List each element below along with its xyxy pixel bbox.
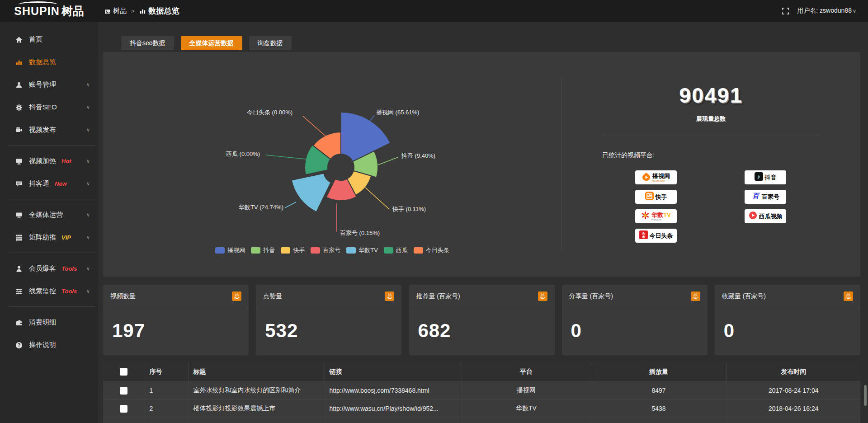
legend-item-2[interactable]: 快手: [281, 246, 305, 254]
question-icon: ?: [15, 341, 23, 349]
stat-card-header: 分享量 (百家号)总: [562, 285, 708, 308]
sidebar-item-12[interactable]: 会员爆客Tools∨: [0, 257, 98, 280]
stat-card-1: 点赞量总532: [256, 285, 401, 355]
sidebar-item-10[interactable]: 矩阵助推VIP∨: [0, 226, 98, 249]
svg-text:?: ?: [18, 343, 20, 348]
cell-title[interactable]: 楼体投影灯投影效果震撼上市: [189, 400, 325, 418]
sidebar-item-16[interactable]: ?操作说明: [0, 334, 98, 356]
tab-1[interactable]: 全媒体运营数据: [181, 36, 242, 50]
legend-swatch: [346, 247, 356, 254]
user-icon: [15, 80, 23, 89]
sidebar-divider: [8, 145, 96, 146]
sidebar-item-label: 账号管理: [29, 80, 56, 89]
row-checkbox-cell: [103, 400, 145, 418]
legend-item-3[interactable]: 百家号: [311, 246, 340, 254]
stat-card-0: 视频数量总197: [103, 285, 249, 355]
sidebar-item-label: 视频加热: [29, 157, 56, 165]
sidebar-item-15[interactable]: 消费明细: [0, 311, 98, 334]
xigua-logo: [749, 211, 757, 221]
sidebar-item-2[interactable]: 账号管理∨: [0, 73, 98, 96]
legend-swatch: [281, 247, 290, 254]
legend-item-0[interactable]: 播视网: [215, 246, 245, 254]
pie-label-0: 播视网 (65.61%): [376, 109, 419, 116]
pie-label-line-5: [266, 155, 306, 159]
pie-label-6: 今日头条 (0.00%): [247, 109, 292, 116]
stat-card-value: 0: [715, 308, 860, 342]
platform-badge-toutiao: 头条今日头条: [635, 229, 677, 243]
cell-title[interactable]: 室外水纹灯和室内水纹灯的区别和简介: [189, 381, 325, 400]
cell-published: 2017-08-24 17:04: [726, 381, 860, 400]
sidebar-item-1[interactable]: 数据总览: [0, 51, 98, 73]
chevron-down-icon: ∨: [853, 8, 856, 14]
legend-item-4[interactable]: 华数TV: [346, 246, 378, 254]
sidebar-item-7[interactable]: 抖客通New∨: [0, 172, 98, 195]
sidebar-item-label: 操作说明: [29, 341, 56, 349]
sidebar-item-13[interactable]: 线索监控Tools∨: [0, 280, 98, 302]
table-row-1: 1室外水纹灯和室内水纹灯的区别和简介http://www.boosj.com/7…: [103, 381, 860, 400]
sidebar-item-0[interactable]: 首页: [0, 28, 98, 51]
pie-label-line-2: [365, 188, 389, 209]
legend-item-1[interactable]: 抖音: [251, 246, 275, 254]
legend-item-6[interactable]: 今日头条: [414, 246, 449, 254]
cell-link[interactable]: http://www.wasu.cn/Play/show/id/952...: [325, 400, 462, 418]
cell-index: [145, 418, 189, 423]
breadcrumb-root[interactable]: 树品: [104, 7, 127, 15]
sidebar-item-6[interactable]: 视频加热Hot∨: [0, 150, 98, 172]
sidebar-item-badge: Tools: [61, 288, 77, 295]
table-header-0: 序号: [145, 362, 189, 381]
pie-slice-0[interactable]: [341, 112, 391, 161]
app-logo[interactable]: SHUPIN 树品: [0, 4, 98, 19]
legend-item-5[interactable]: 西瓜: [384, 246, 408, 254]
row-checkbox[interactable]: [120, 387, 127, 395]
pie-label-line-1: [378, 157, 398, 165]
table-header-3: 平台: [462, 362, 591, 381]
sidebar-item-badge: Hot: [61, 158, 71, 164]
select-all-checkbox-cell: [103, 362, 145, 381]
cell-link[interactable]: http://www.boosj.com/7338468.html: [325, 381, 462, 400]
sidebar-divider: [8, 306, 96, 307]
table-header-2: 链接: [325, 362, 462, 381]
tab-2[interactable]: 询盘数据: [249, 36, 292, 50]
cell-platform: 播视网: [462, 381, 591, 400]
platform-name: 抖音: [765, 174, 777, 180]
video-camera-icon: [15, 126, 23, 134]
cell-link[interactable]: [325, 418, 462, 423]
sidebar-item-badge: Tools: [61, 265, 77, 272]
sidebar-item-label: 抖客通: [29, 179, 49, 188]
tab-0[interactable]: 抖音seo数据: [121, 36, 174, 50]
platforms-label: 已统计的视频平台:: [602, 151, 860, 160]
logo-text-en: SHUPIN: [14, 5, 59, 18]
pie-label-line-0: [370, 115, 374, 121]
sidebar-item-label: 矩阵助推: [29, 233, 56, 242]
sidebar-item-label: 线索监控: [29, 287, 56, 296]
stat-card-value: 682: [409, 308, 554, 342]
pie-label-2: 快手 (0.11%): [392, 206, 426, 212]
total-badge: 总: [691, 291, 700, 301]
sidebar-divider: [8, 199, 96, 199]
fullscreen-icon[interactable]: [782, 7, 789, 15]
legend-swatch: [384, 247, 393, 254]
row-checkbox-cell: [103, 418, 145, 423]
app-header: SHUPIN 树品 树品 > 数据总览 用户名: zswodun88∨: [0, 0, 868, 22]
row-checkbox[interactable]: [120, 405, 127, 413]
total-impressions-value: 90491: [561, 83, 860, 108]
legend-label: 百家号: [323, 246, 340, 254]
sidebar: 首页数据总览账号管理∨抖音SEO∨视频发布∨视频加热Hot∨抖客通New∨全媒体…: [0, 22, 98, 423]
platform-badges-left: 播视网boosj.com快手华数TVwasu.cn头条今日头条: [635, 170, 677, 243]
select-all-checkbox[interactable]: [120, 368, 127, 376]
sidebar-item-3[interactable]: 抖音SEO∨: [0, 96, 98, 118]
stat-card-title: 分享量 (百家号): [569, 292, 613, 301]
cell-plays: [591, 418, 726, 423]
sidebar-item-9[interactable]: 全媒体运营∨: [0, 203, 98, 226]
logo-text-cn: 树品: [61, 4, 84, 19]
platform-name: 今日头条: [650, 233, 673, 239]
total-badge: 总: [385, 291, 394, 301]
sidebar-item-4[interactable]: 视频发布∨: [0, 118, 98, 141]
pie-slice-4[interactable]: [292, 173, 331, 212]
cell-title[interactable]: [189, 418, 325, 423]
username-label: 用户名: zswodun88: [797, 7, 852, 14]
scrollbar-thumb[interactable]: [864, 385, 867, 406]
wasu-logo: [641, 211, 650, 221]
breadcrumb-current[interactable]: 数据总览: [139, 6, 179, 16]
user-menu[interactable]: 用户名: zswodun88∨: [797, 7, 856, 15]
